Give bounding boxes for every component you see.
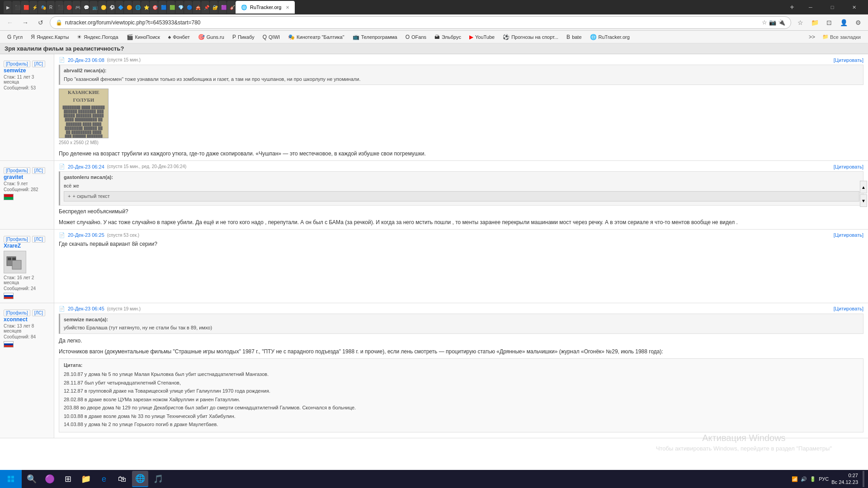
pm-link[interactable]: [ЛС] [32,236,45,243]
post-date-link[interactable]: 20-Дек-23 06:25 [68,232,104,238]
tab-small[interactable]: 🟡 [98,1,106,14]
bookmark-sports[interactable]: ⚽ Прогнозы на спорт... [499,33,562,41]
tab-close-button[interactable]: ✕ [286,5,289,10]
tab-small[interactable]: 🎯 [150,1,158,14]
bookmark-yandex-maps[interactable]: Я Яндекс.Карты [27,33,72,41]
search-taskbar-icon[interactable]: 🔍 [24,471,40,487]
quote-button[interactable]: [Цитировать] [834,306,863,311]
bookmark-qiwi[interactable]: Q QIWI [259,33,283,41]
bookmark-elbrus[interactable]: 🏔 Эльбрус [431,33,465,41]
tab-small[interactable]: ⚡ [29,1,38,14]
battery-icon[interactable]: 🔋 [810,476,816,482]
tab-small[interactable]: ⚽ [107,1,115,14]
profile-link[interactable]: [Профиль] [4,61,30,67]
split-view-button[interactable]: ⊡ [823,16,835,29]
tab-small[interactable]: 🔷 [115,1,123,14]
tab-small[interactable]: ⬛ [55,1,63,14]
profile-button[interactable]: 👤 [837,16,850,29]
profile-link[interactable]: [Профиль] [4,310,30,316]
bookmark-tvprog[interactable]: 📺 Телепрограмма [349,33,401,41]
tab-small[interactable]: 💎 [175,1,184,14]
spoiler-toggle[interactable]: + + скрытый текст [64,192,859,201]
bookmark-kinopoisk[interactable]: 🎬 КиноПоиск [123,33,164,41]
show-desktop-button[interactable] [863,471,864,487]
bookmarks-folder[interactable]: 📁 Все закладки [819,33,864,41]
bookmark-gugol[interactable]: G Гугл [4,33,26,41]
tab-small[interactable]: 🔴 [64,1,72,14]
quote-button[interactable]: [Цитировать] [834,232,863,238]
cortana-icon[interactable]: 🟣 [42,471,58,487]
store-taskbar-icon[interactable]: 🛍 [114,471,130,487]
tab-small[interactable]: 📌 [201,1,209,14]
explorer-taskbar-icon[interactable]: 📁 [78,471,94,487]
profile-link[interactable]: [Профиль] [4,167,30,174]
forward-button[interactable]: → [19,16,32,29]
bookmark-rutracker[interactable]: 🌐 RuTracker.org [586,33,633,41]
collections-button[interactable]: 📁 [808,16,821,29]
profile-link[interactable]: [Профиль] [4,236,30,243]
extensions-icon[interactable]: 🔌 [778,19,785,26]
tab-small[interactable]: 🔵 [184,1,192,14]
quote-button[interactable]: [Цитировать] [834,57,863,63]
tab-small[interactable]: 🎸 [227,1,235,14]
post-image[interactable]: КАЗАНСКИЕ ГОЛУБИ ████████ ████ ██████ ██… [59,89,863,146]
post-date-link[interactable]: 20-Дек-23 06:45 [68,306,104,311]
address-bar[interactable]: 🔒 rutracker.org/forum/viewtopic.php?t=64… [50,16,791,29]
close-button[interactable]: ✕ [844,0,864,14]
tab-small[interactable]: ⭐ [141,1,149,14]
taskview-icon[interactable]: ⊞ [60,471,76,487]
tab-small[interactable]: 🔐 [210,1,218,14]
edge-taskbar-icon[interactable]: e [96,471,112,487]
tab-small[interactable]: 🟠 [124,1,132,14]
bookmark-fonbet[interactable]: ♠ Фонбет [165,33,193,41]
favorites-button[interactable]: ☆ [794,16,807,29]
tab-small[interactable]: 🟦 [158,1,166,14]
bookmark-star-icon[interactable]: ☆ [762,19,767,26]
tab-small[interactable]: 💬 [81,1,89,14]
username-xrarez[interactable]: XrareZ [4,243,50,249]
language-indicator[interactable]: РУС [819,476,829,482]
tab-small[interactable]: ⬛ [12,1,20,14]
bookmark-bate[interactable]: B bate [563,33,585,41]
chrome-taskbar-icon[interactable]: 🌐 [132,471,148,487]
taskbar-clock[interactable]: 0:27 Вс 24.12.23 [831,472,858,486]
settings-button[interactable]: ⚙ [852,16,864,29]
screenshot-icon[interactable]: 📷 [769,19,776,26]
tab-small[interactable]: 🎮 [72,1,80,14]
bookmark-guns[interactable]: 🎯 Guns.ru [194,33,228,41]
minimize-button[interactable]: ─ [800,0,821,14]
bookmark-yandex-weather[interactable]: ☀ Яндекс.Погода [73,33,122,41]
bookmark-baltika[interactable]: 🎭 Кинотеатр "Балтика" [284,33,348,41]
scroll-top-button[interactable]: ▲ [860,181,867,193]
tab-small[interactable]: R [47,1,55,14]
tab-small[interactable]: 📺 [90,1,98,14]
network-icon[interactable]: 📶 [792,476,798,482]
pm-link[interactable]: [ЛС] [32,61,45,67]
post-date-link[interactable]: 20-Дек-23 06:08 [68,57,104,63]
pm-link[interactable]: [ЛС] [32,167,45,174]
bookmark-ofans[interactable]: O OFans [402,33,430,41]
pm-link[interactable]: [ЛС] [32,310,45,316]
username-semwize[interactable]: semwize [4,67,50,74]
bookmark-pikabu[interactable]: P Пикабу [229,33,258,41]
tab-small[interactable]: 🟪 [218,1,226,14]
post-date-link[interactable]: 20-Дек-23 06:24 [68,164,104,169]
volume-icon[interactable]: 🔊 [801,476,807,482]
start-button[interactable] [0,470,22,488]
tab-small[interactable]: 🟥 [21,1,29,14]
media-taskbar-icon[interactable]: 🎵 [150,471,166,487]
quote-button[interactable]: [Цитировать] [834,164,863,169]
back-button[interactable]: ← [4,16,16,29]
tab-small[interactable]: 🟩 [167,1,175,14]
tab-small[interactable]: 🎭 [38,1,46,14]
tab-active[interactable]: 🌐 RuTracker.org ✕ [236,1,295,14]
tab-small[interactable]: 🌐 [132,1,141,14]
tab-small[interactable]: ▶ [4,1,12,14]
new-tab-button[interactable]: + [786,1,798,14]
username-gravitet[interactable]: gravitet [4,174,50,180]
bookmarks-more-button[interactable]: >> [806,33,818,41]
maximize-button[interactable]: □ [822,0,843,14]
refresh-button[interactable]: ↺ [34,16,47,29]
bookmark-youtube[interactable]: ▶ YouTube [466,33,498,41]
scroll-bottom-button[interactable]: ▼ [860,194,867,207]
